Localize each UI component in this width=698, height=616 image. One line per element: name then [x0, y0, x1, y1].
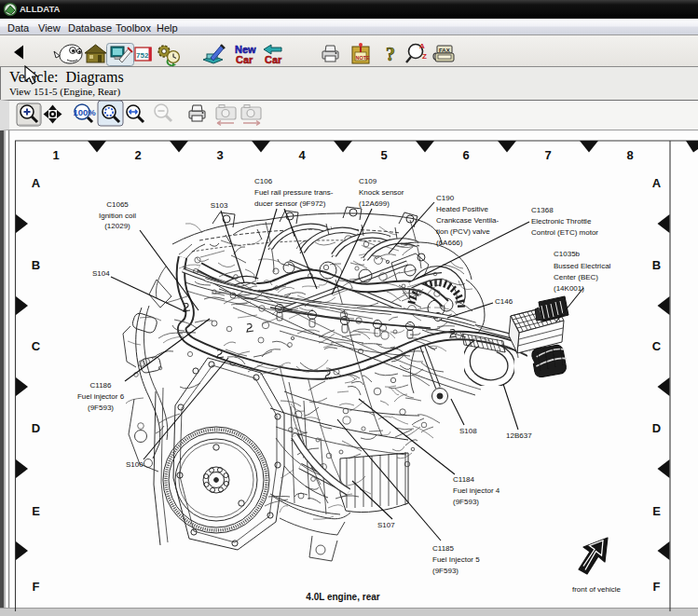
svg-text:NOTE: NOTE	[356, 55, 371, 61]
svg-text:tion (PCV) valve: tion (PCV) valve	[436, 227, 490, 236]
svg-text:D: D	[652, 421, 661, 435]
svg-text:1: 1	[52, 148, 59, 162]
svg-text:front of vehicle: front of vehicle	[572, 585, 622, 594]
svg-text:Z: Z	[422, 52, 427, 61]
svg-text:E: E	[32, 504, 40, 518]
svg-text:C1065: C1065	[106, 200, 129, 209]
svg-text:(14K001): (14K001)	[554, 284, 584, 293]
svg-text:Electronic Throttle: Electronic Throttle	[531, 217, 592, 226]
svg-text:C106: C106	[254, 177, 273, 185]
svg-text:(6A666): (6A666)	[436, 239, 463, 247]
svg-text:6: 6	[462, 148, 469, 162]
svg-text:S108: S108	[459, 427, 477, 435]
svg-text:(9F593): (9F593)	[88, 404, 114, 412]
svg-text:Car: Car	[265, 54, 282, 65]
svg-text:C1035b: C1035b	[554, 250, 581, 258]
svg-text:FAX: FAX	[439, 48, 450, 53]
svg-text:(12029): (12029)	[104, 222, 130, 230]
svg-text:Center (BEC): Center (BEC)	[554, 273, 598, 281]
svg-text:ducer sensor (9F972): ducer sensor (9F972)	[254, 199, 326, 208]
svg-text:C: C	[32, 339, 41, 353]
svg-text:S100: S100	[126, 460, 144, 469]
svg-text:Fuel injector 6: Fuel injector 6	[77, 392, 125, 401]
svg-text:A: A	[32, 176, 41, 190]
svg-text:S104: S104	[92, 269, 110, 278]
svg-text:E: E	[652, 504, 661, 518]
svg-text:752: 752	[136, 51, 149, 60]
svg-text:S103: S103	[211, 201, 228, 210]
svg-text:C1186: C1186	[90, 381, 113, 390]
svg-text:5: 5	[380, 148, 387, 162]
svg-text:Car: Car	[236, 54, 253, 65]
svg-text:8: 8	[626, 148, 633, 162]
svg-text:D: D	[32, 421, 40, 435]
svg-text:C: C	[652, 339, 662, 353]
svg-text:12B637: 12B637	[506, 431, 532, 440]
svg-text:C190: C190	[436, 194, 455, 202]
svg-text:F: F	[653, 580, 661, 594]
svg-text:F: F	[33, 580, 40, 594]
svg-text:(9F593): (9F593)	[432, 567, 458, 575]
svg-text:Crankcase Ventila-: Crankcase Ventila-	[436, 216, 499, 225]
svg-text:?: ?	[386, 44, 395, 64]
svg-text:C146: C146	[495, 297, 513, 306]
svg-text:100%: 100%	[74, 107, 97, 117]
svg-text:C1185: C1185	[432, 544, 455, 553]
svg-text:4.0L engine, rear: 4.0L engine, rear	[306, 592, 379, 602]
svg-text:(9F593): (9F593)	[453, 498, 479, 506]
svg-text:Knock sensor: Knock sensor	[359, 188, 404, 197]
svg-text:C1368: C1368	[531, 206, 554, 214]
svg-text:3: 3	[216, 148, 223, 162]
svg-text:A: A	[419, 42, 425, 50]
svg-text:7: 7	[544, 148, 551, 162]
svg-text:B: B	[32, 258, 40, 272]
svg-text:C109: C109	[359, 177, 377, 185]
svg-text:Fuel injector 4: Fuel injector 4	[453, 486, 500, 495]
svg-text:Control (ETC) motor: Control (ETC) motor	[531, 228, 598, 237]
svg-text:C1184: C1184	[453, 475, 475, 484]
svg-text:4: 4	[298, 148, 306, 162]
svg-text:A: A	[652, 176, 662, 190]
svg-text:Fuel Injector 5: Fuel Injector 5	[432, 555, 480, 564]
svg-text:Heated Positive: Heated Positive	[436, 205, 489, 213]
svg-text:Ignition coil: Ignition coil	[99, 212, 136, 220]
svg-text:B: B	[652, 258, 661, 272]
svg-text:2: 2	[134, 148, 141, 162]
svg-text:Fuel rail pressure trans-: Fuel rail pressure trans-	[254, 188, 334, 197]
svg-text:S107: S107	[377, 521, 395, 529]
svg-text:Bussed Electrical: Bussed Electrical	[554, 262, 611, 270]
svg-text:(12A699): (12A699)	[359, 199, 390, 208]
